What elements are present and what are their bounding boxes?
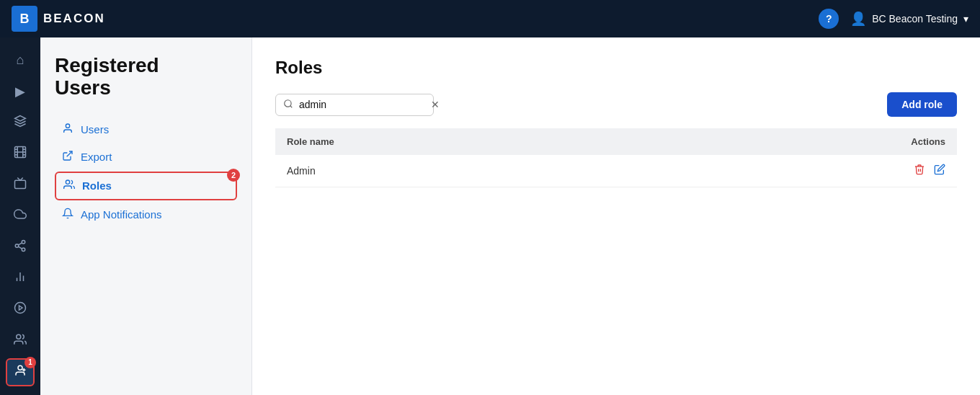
logo-icon: B: [12, 6, 37, 32]
sidebar-item-video[interactable]: ▶: [6, 77, 35, 105]
delete-role-button[interactable]: [914, 164, 925, 178]
role-name-column-header: Role name: [275, 128, 651, 155]
search-box: ✕: [275, 94, 434, 116]
sidebar-item-analytics[interactable]: [6, 265, 35, 293]
svg-point-26: [285, 99, 291, 106]
second-sidebar-menu: Users Export 2: [55, 117, 237, 228]
row-actions: [651, 155, 957, 187]
svg-point-10: [22, 240, 25, 244]
svg-point-18: [15, 303, 26, 314]
svg-line-14: [18, 243, 22, 245]
share-icon: [14, 239, 27, 256]
sidebar-item-users[interactable]: Users: [55, 117, 237, 143]
content-area: Roles ✕ Add role Role name Actions: [252, 37, 980, 395]
top-navigation: B BEACON ? 👤 BC Beacon Testing ▾: [0, 0, 980, 37]
sidebar-item-roles[interactable]: 2 Roles: [55, 172, 237, 200]
roles-table: Role name Actions Admin: [275, 128, 957, 187]
play-icon: [14, 301, 27, 318]
svg-point-11: [15, 244, 19, 247]
role-name-cell: Admin: [275, 155, 651, 187]
main-area: ⌂ ▶: [0, 37, 980, 395]
search-icon: [283, 99, 293, 111]
svg-rect-9: [15, 180, 26, 188]
icon-sidebar: ⌂ ▶: [0, 37, 40, 395]
sidebar-item-export-label: Export: [81, 151, 112, 163]
actions-column-header: Actions: [651, 128, 957, 155]
search-input[interactable]: [299, 99, 425, 110]
top-nav-right: ? 👤 BC Beacon Testing ▾: [819, 9, 968, 29]
add-role-button[interactable]: Add role: [887, 92, 957, 117]
sidebar-item-home[interactable]: ⌂: [6, 46, 35, 74]
sidebar-item-export[interactable]: Export: [55, 144, 237, 170]
user-icon: 👤: [850, 11, 866, 27]
sidebar-item-cloud[interactable]: [6, 202, 35, 230]
table-row: Admin: [275, 155, 957, 187]
svg-point-24: [66, 124, 69, 128]
sidebar-item-users-label: Users: [81, 123, 109, 136]
sidebar-item-play[interactable]: [6, 296, 35, 324]
user-menu[interactable]: 👤 BC Beacon Testing ▾: [850, 11, 968, 27]
user-name: BC Beacon Testing: [872, 13, 958, 25]
sidebar-item-tv[interactable]: [6, 171, 35, 199]
roles-icon: [63, 179, 75, 193]
video-icon: ▶: [15, 84, 25, 99]
film-icon: [14, 146, 27, 162]
svg-point-21: [18, 365, 22, 370]
home-icon: ⌂: [17, 53, 24, 68]
svg-point-20: [17, 334, 21, 339]
svg-line-13: [18, 247, 22, 249]
sidebar-item-roles-label: Roles: [82, 179, 112, 192]
tv-icon: [14, 177, 27, 193]
sidebar-item-registered-users[interactable]: 1: [6, 358, 35, 386]
logo-text: BEACON: [43, 12, 105, 26]
svg-marker-0: [15, 115, 26, 121]
help-button[interactable]: ?: [819, 9, 839, 29]
toolbar: ✕ Add role: [275, 92, 957, 117]
cloud-icon: [14, 208, 27, 224]
sidebar-item-app-notifications-label: App Notifications: [81, 208, 162, 221]
sidebar-badge: 1: [24, 357, 36, 368]
table-header-row: Role name Actions: [275, 128, 957, 155]
logo-area: B BEACON: [12, 6, 105, 32]
sidebar-item-layers[interactable]: [6, 109, 35, 137]
chevron-down-icon: ▾: [963, 13, 968, 25]
svg-point-12: [22, 248, 25, 252]
chart-icon: [14, 270, 27, 287]
svg-point-25: [66, 180, 69, 184]
edit-role-button[interactable]: [934, 164, 945, 178]
sidebar-item-group[interactable]: [6, 327, 35, 355]
page-title: Roles: [275, 58, 957, 78]
sidebar-item-share[interactable]: [6, 234, 35, 262]
roles-badge: 2: [227, 169, 240, 182]
svg-marker-19: [19, 306, 23, 310]
sidebar-item-app-notifications[interactable]: App Notifications: [55, 202, 237, 228]
export-icon: [62, 150, 74, 164]
user-menu-icon: [62, 123, 74, 137]
sidebar-item-film[interactable]: [6, 140, 35, 168]
registered-users-icon: [14, 364, 27, 381]
second-sidebar: RegisteredUsers Users: [40, 37, 252, 395]
clear-search-icon[interactable]: ✕: [431, 99, 440, 110]
bell-icon: [62, 208, 74, 222]
second-sidebar-title: RegisteredUsers: [55, 55, 237, 99]
svg-line-27: [290, 105, 293, 107]
group-icon: [14, 333, 27, 350]
layers-icon: [14, 115, 27, 131]
